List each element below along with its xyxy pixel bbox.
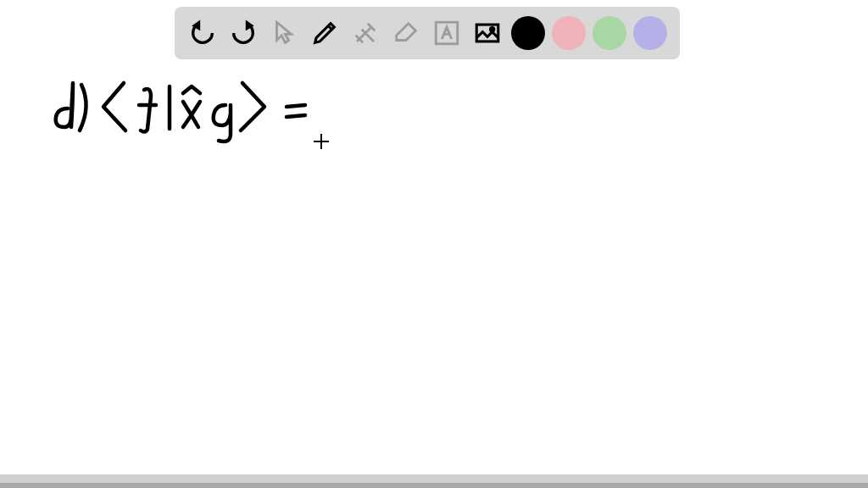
text-button[interactable]: [427, 14, 466, 53]
bottom-bar: [0, 474, 868, 488]
eraser-button[interactable]: [387, 14, 426, 53]
color-green[interactable]: [593, 16, 626, 50]
tools-icon: [351, 19, 380, 47]
tools-button[interactable]: [346, 14, 385, 53]
pen-button[interactable]: [305, 14, 344, 53]
pointer-icon: [270, 19, 298, 47]
svg-point-4: [491, 28, 494, 31]
pointer-button[interactable]: [264, 14, 303, 53]
drawing-toolbar: // replace first svg with cleaner one af…: [175, 7, 680, 59]
redo-icon: [229, 19, 258, 47]
image-button[interactable]: [468, 14, 507, 53]
redo-button[interactable]: [224, 14, 263, 53]
pen-icon: [310, 19, 339, 47]
bottom-bar-edge: [0, 483, 868, 488]
eraser-icon: [392, 19, 420, 47]
undo-icon: [188, 19, 217, 47]
drawing-canvas[interactable]: [0, 59, 868, 474]
handwritten-equation: [42, 68, 314, 144]
crosshair-cursor: [314, 134, 329, 149]
color-purple[interactable]: [633, 16, 667, 50]
text-icon: [432, 19, 461, 47]
undo-button[interactable]: [183, 14, 222, 53]
color-pink[interactable]: [552, 16, 586, 50]
image-icon: [473, 19, 502, 47]
color-black[interactable]: [511, 16, 545, 50]
